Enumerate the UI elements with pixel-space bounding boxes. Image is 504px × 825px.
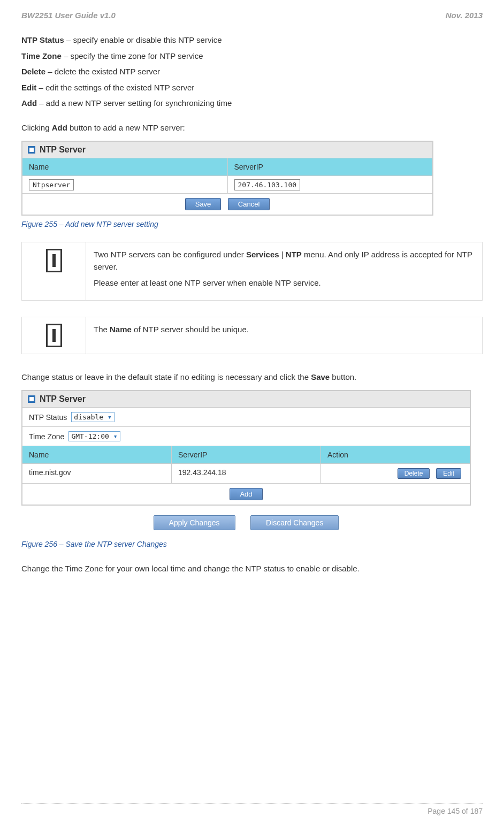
page-number: Page 145 of 187 <box>21 807 483 815</box>
server-ip: 192.43.244.18 <box>172 464 321 484</box>
screenshot-ntp-list: NTP Server NTP Status disable ▾ Time Zon… <box>21 390 471 506</box>
def-add: Add – add a new NTP server setting for s… <box>21 96 483 110</box>
panel-title: NTP Server <box>40 145 86 155</box>
time-zone-label: Time Zone <box>29 432 64 441</box>
panel-icon <box>28 146 35 154</box>
delete-button[interactable]: Delete <box>398 468 430 479</box>
chevron-down-icon: ▾ <box>108 413 112 421</box>
name-header: Name <box>22 446 172 464</box>
screenshot-add-ntp: NTP Server Name ServerIP Ntpserver 207.4… <box>21 141 433 216</box>
info-icon <box>46 324 62 347</box>
add-row: Add <box>22 484 470 505</box>
name-header: Name <box>22 158 228 176</box>
edit-button[interactable]: Edit <box>436 468 461 479</box>
note-two-servers: Two NTP servers can be configured under … <box>21 242 483 301</box>
server-name: time.nist.gov <box>22 464 172 484</box>
note1-line1: Two NTP servers can be configured under … <box>94 249 475 273</box>
doc-date: Nov. 2013 <box>446 11 483 20</box>
ntp-status-label: NTP Status <box>29 413 67 422</box>
action-header: Action <box>321 446 470 464</box>
ip-header: ServerIP <box>228 158 433 176</box>
figure-256-caption: Figure 256 – Save the NTP server Changes <box>21 540 483 548</box>
panel-icon <box>28 395 35 403</box>
apply-discard-row: Apply Changes Discard Changes <box>21 510 471 536</box>
doc-title: BW2251 User Guide v1.0 <box>21 11 116 20</box>
server-row: time.nist.gov 192.43.244.18 Delete Edit <box>22 464 470 484</box>
apply-changes-button[interactable]: Apply Changes <box>154 515 235 530</box>
change-tz-text: Change the Time Zone for your own local … <box>21 562 483 576</box>
server-actions: Delete Edit <box>321 464 470 484</box>
def-edit: Edit – edit the settings of the existed … <box>21 81 483 95</box>
change-status-text: Change status or leave in the default st… <box>21 370 483 384</box>
page-footer: Page 145 of 187 <box>21 803 483 815</box>
note-unique-name: The Name of NTP server should be unique. <box>21 317 483 354</box>
cancel-button[interactable]: Cancel <box>228 198 270 210</box>
save-button[interactable]: Save <box>185 198 222 210</box>
ntp-status-select[interactable]: disable ▾ <box>71 412 114 422</box>
ntp-status-row: NTP Status disable ▾ <box>22 408 470 427</box>
doc-header: BW2251 User Guide v1.0 Nov. 2013 <box>21 11 483 20</box>
discard-changes-button[interactable]: Discard Changes <box>250 515 339 530</box>
panel-title: NTP Server <box>40 394 86 404</box>
def-time-zone: Time Zone – specify the time zone for NT… <box>21 49 483 63</box>
input-row: Ntpserver 207.46.103.100 <box>22 176 432 194</box>
footer-divider <box>21 803 483 804</box>
time-zone-select[interactable]: GMT-12:00 ▾ <box>68 431 120 441</box>
ip-header: ServerIP <box>172 446 321 464</box>
time-zone-row: Time Zone GMT-12:00 ▾ <box>22 427 470 446</box>
chevron-down-icon: ▾ <box>113 432 118 440</box>
def-delete: Delete – delete the existed NTP server <box>21 65 483 79</box>
button-row: Save Cancel <box>22 194 432 215</box>
ip-input[interactable]: 207.46.103.100 <box>234 179 301 190</box>
add-button[interactable]: Add <box>230 488 262 500</box>
column-headers: Name ServerIP <box>22 158 432 176</box>
info-icon <box>46 249 62 272</box>
definitions-block: NTP Status – specify enable or disable t… <box>21 33 483 110</box>
click-add-text: Clicking Add button to add a new NTP ser… <box>21 121 483 135</box>
def-ntp-status: NTP Status – specify enable or disable t… <box>21 33 483 47</box>
panel-header: NTP Server <box>22 142 432 158</box>
note1-line2: Please enter at least one NTP server whe… <box>94 277 475 289</box>
note2-text: The Name of NTP server should be unique. <box>94 324 475 336</box>
column-headers: Name ServerIP Action <box>22 446 470 464</box>
name-input[interactable]: Ntpserver <box>29 179 74 190</box>
panel-header: NTP Server <box>22 391 470 408</box>
figure-255-caption: Figure 255 – Add new NTP server setting <box>21 220 483 228</box>
